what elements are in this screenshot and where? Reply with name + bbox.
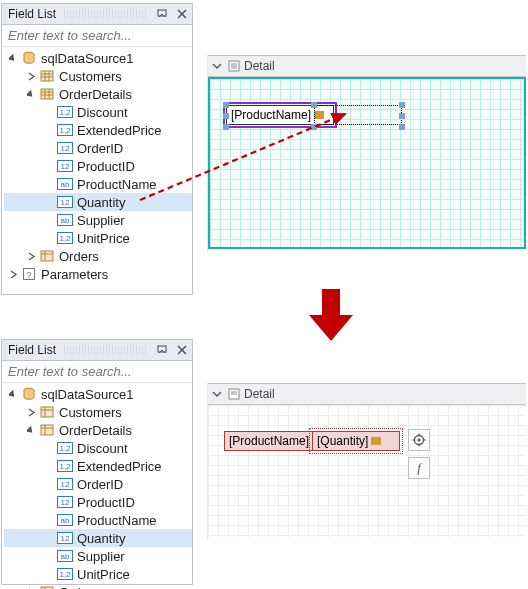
table-label: Orders	[59, 585, 99, 590]
label-text: [Quantity]	[317, 434, 368, 448]
label-text: [ProductName]	[231, 108, 311, 122]
expander-icon[interactable]	[26, 89, 37, 100]
svg-text:12: 12	[61, 198, 70, 207]
panel-titlebar[interactable]: Field List	[2, 4, 192, 25]
expander-icon[interactable]	[26, 251, 37, 262]
svg-text:12: 12	[61, 162, 70, 171]
svg-text:1,2: 1,2	[59, 444, 71, 453]
field-label: Discount	[77, 105, 128, 120]
expander-icon[interactable]	[8, 53, 19, 64]
field-label: Supplier	[77, 213, 125, 228]
table-icon	[39, 584, 55, 589]
node-table-orderdetails[interactable]: OrderDetails	[4, 85, 192, 103]
expander-icon[interactable]	[26, 407, 37, 418]
smart-tasks-button[interactable]	[408, 429, 430, 451]
parameters-icon: ?	[21, 266, 37, 282]
decimal-field-icon: 1,2	[57, 122, 73, 138]
panel-title: Field List	[2, 343, 56, 357]
svg-text:1,2: 1,2	[59, 108, 71, 117]
table-label: OrderDetails	[59, 423, 132, 438]
node-field-unitprice[interactable]: 1,2 UnitPrice	[4, 229, 192, 247]
expander-icon[interactable]	[26, 425, 37, 436]
string-field-icon: ab	[57, 212, 73, 228]
node-field-orderid[interactable]: 12OrderID	[4, 475, 192, 493]
expression-button[interactable]: f	[408, 457, 430, 479]
string-field-icon: ab	[57, 176, 73, 192]
node-field-extendedprice[interactable]: 1,2ExtendedPrice	[4, 457, 192, 475]
node-table-orders[interactable]: Orders	[4, 583, 192, 589]
panel-titlebar[interactable]: Field List	[2, 340, 192, 361]
window-menu-button[interactable]	[152, 4, 172, 24]
svg-text:12: 12	[61, 480, 70, 489]
int-field-icon: 12	[57, 530, 73, 546]
datasource-label: sqlDataSource1	[41, 387, 134, 402]
collapse-icon[interactable]	[212, 389, 222, 399]
search-input[interactable]	[2, 28, 192, 43]
close-button[interactable]	[172, 4, 192, 24]
search-input[interactable]	[2, 364, 192, 379]
int-field-icon: 12	[57, 194, 73, 210]
band-header[interactable]: Detail	[208, 383, 526, 405]
node-field-productid[interactable]: 12 ProductID	[4, 157, 192, 175]
collapse-icon[interactable]	[212, 61, 222, 71]
node-field-orderid[interactable]: 12 OrderID	[4, 139, 192, 157]
node-field-extendedprice[interactable]: 1,2 ExtendedPrice	[4, 121, 192, 139]
svg-rect-38	[158, 346, 166, 352]
expander-icon[interactable]	[8, 269, 19, 280]
table-label: Customers	[59, 69, 122, 84]
svg-rect-7	[41, 89, 53, 99]
node-field-quantity[interactable]: 12 Quantity	[4, 193, 192, 211]
band-header[interactable]: Detail	[208, 55, 526, 77]
field-label: Quantity	[77, 195, 125, 210]
field-label: ProductID	[77, 495, 135, 510]
label-text: [ProductName]	[229, 434, 309, 448]
big-down-arrow-icon	[307, 287, 355, 343]
node-table-customers[interactable]: Customers	[4, 67, 192, 85]
node-table-orders[interactable]: Orders	[4, 247, 192, 265]
node-field-discount[interactable]: 1,2Discount	[4, 439, 192, 457]
decimal-field-icon: 1,2	[57, 458, 73, 474]
smart-tag-icon[interactable]	[371, 437, 381, 445]
svg-text:1,2: 1,2	[59, 234, 71, 243]
svg-point-70	[417, 438, 420, 441]
band-title: Detail	[244, 59, 275, 73]
band-body[interactable]: [ProductName] [Quantity] f	[208, 405, 526, 537]
node-field-supplier[interactable]: abSupplier	[4, 547, 192, 565]
svg-rect-0	[158, 10, 166, 16]
node-datasource[interactable]: sqlDataSource1	[4, 49, 192, 67]
svg-text:ab: ab	[61, 180, 70, 189]
table-icon	[39, 422, 55, 438]
node-field-quantity[interactable]: 12Quantity	[4, 529, 192, 547]
node-field-productname[interactable]: ab ProductName	[4, 175, 192, 193]
node-table-orderdetails[interactable]: OrderDetails	[4, 421, 192, 439]
drop-target-outline	[314, 105, 402, 125]
field-label: OrderID	[77, 477, 123, 492]
gear-icon	[412, 433, 426, 447]
svg-text:ab: ab	[61, 552, 70, 561]
node-field-productid[interactable]: 12ProductID	[4, 493, 192, 511]
close-button[interactable]	[172, 340, 192, 360]
int-field-icon: 12	[57, 494, 73, 510]
field-label: Supplier	[77, 549, 125, 564]
table-icon	[39, 248, 55, 264]
node-parameters[interactable]: ? Parameters	[4, 265, 192, 283]
node-field-supplier[interactable]: ab Supplier	[4, 211, 192, 229]
expander-icon[interactable]	[8, 389, 19, 400]
expander-icon[interactable]	[26, 71, 37, 82]
node-field-productname[interactable]: abProductName	[4, 511, 192, 529]
selection-group: [ProductName]	[226, 105, 402, 127]
node-datasource[interactable]: sqlDataSource1	[4, 385, 192, 403]
field-label: OrderID	[77, 141, 123, 156]
node-field-unitprice[interactable]: 1,2UnitPrice	[4, 565, 192, 583]
node-table-customers[interactable]: Customers	[4, 403, 192, 421]
string-field-icon: ab	[57, 512, 73, 528]
svg-text:?: ?	[26, 270, 31, 280]
band-title: Detail	[244, 387, 275, 401]
field-tree: sqlDataSource1 Customers OrderDetails 1,…	[2, 383, 192, 589]
label-quantity[interactable]: [Quantity]	[312, 431, 400, 451]
datasource-icon	[21, 386, 37, 402]
node-field-discount[interactable]: 1,2 Discount	[4, 103, 192, 121]
field-label: ProductName	[77, 513, 156, 528]
window-menu-button[interactable]	[152, 340, 172, 360]
band-body[interactable]: [ProductName]	[208, 77, 526, 249]
